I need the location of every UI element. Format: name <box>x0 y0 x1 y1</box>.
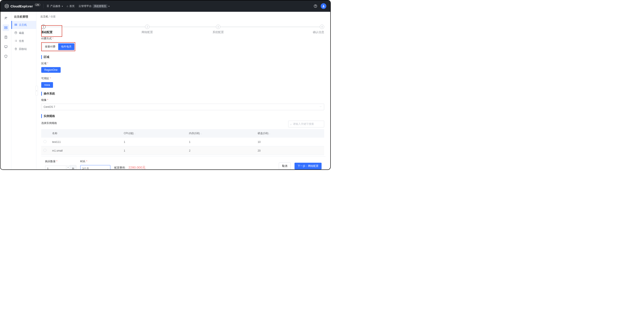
breadcrumb-root[interactable]: 云主机 <box>40 15 48 18</box>
qty-unit: 台 <box>70 165 76 169</box>
col-disk[interactable]: 硬盘(GB)⌄ <box>256 129 324 138</box>
table-row[interactable]: test1111110 <box>41 138 324 146</box>
image-select[interactable]: CentOS 7 ﹀ <box>41 104 324 110</box>
cell-mem: 2 <box>187 146 256 155</box>
step-4-label: 确认信息 <box>313 30 324 34</box>
az-label: 可用区 <box>41 77 324 80</box>
spec-select-label: 选择实例规格 <box>41 121 57 125</box>
sidebar-item-label: 云主机 <box>19 23 27 27</box>
nav-products[interactable]: ☰ 产品服务 ▾ <box>47 4 63 8</box>
sidebar: 云主机管理 云主机 磁盘 任务 回收站 ‹ <box>11 12 36 169</box>
cell-name: m1.small <box>50 146 122 155</box>
server-icon <box>14 23 17 27</box>
section-spec: 实例规格 <box>41 114 324 118</box>
svg-point-5 <box>5 17 6 18</box>
sort-icon: ⌄ <box>134 132 136 135</box>
qty-up[interactable]: ▴ <box>66 166 70 169</box>
region-label: 区域 <box>41 62 324 65</box>
svg-rect-10 <box>4 46 7 47</box>
step-3-circle: 3 <box>216 25 220 29</box>
qty-input[interactable] <box>45 165 66 170</box>
cell-name: test111 <box>50 138 122 146</box>
nav-home[interactable]: ⌂ 首页 <box>67 4 74 8</box>
svg-rect-11 <box>15 24 17 24</box>
col-cpu[interactable]: CPU(核)⌄ <box>122 129 187 138</box>
svg-point-1 <box>6 5 8 7</box>
list-icon: ☰ <box>47 4 49 8</box>
sidebar-item-host[interactable]: 云主机 <box>11 21 36 29</box>
main: 云主机 / 创建 1 基础配置 2 网络配置 <box>36 12 330 169</box>
qty-input-group: ▴ ▾ 台 <box>45 165 76 169</box>
logo: CloudExplorer Lite <box>4 4 40 8</box>
step-1-circle: 1 <box>41 25 46 29</box>
step-2-circle: 2 <box>145 25 150 29</box>
icon-rail <box>0 12 11 169</box>
svg-rect-7 <box>4 26 7 27</box>
row-radio[interactable] <box>44 140 46 143</box>
cancel-button[interactable]: 取消 <box>279 163 290 170</box>
qty-label: 购买数量 <box>45 160 76 163</box>
cell-cpu: 1 <box>122 146 187 155</box>
task-icon <box>14 39 17 43</box>
sidebar-item-disk[interactable]: 磁盘 <box>11 29 36 37</box>
svg-marker-0 <box>5 4 9 8</box>
steps: 1 基础配置 2 网络配置 3 系统配置 4 确 <box>41 25 324 34</box>
nav-platform[interactable]: 云管理平台 系统管理员 ▾ <box>78 4 110 8</box>
sidebar-item-task[interactable]: 任务 <box>11 37 36 45</box>
topbar: CloudExplorer Lite ☰ 产品服务 ▾ ⌂ 首页 云管理平台 系… <box>0 0 330 12</box>
section-os: 操作系统 <box>41 92 324 96</box>
spec-search[interactable]: ⌕ 请输入关键字搜索 <box>288 121 324 127</box>
payment-label: 付费方式 <box>41 37 324 40</box>
cell-disk: 20 <box>256 146 324 155</box>
avatar[interactable] <box>321 3 326 9</box>
home-icon: ⌂ <box>67 4 68 8</box>
svg-point-4 <box>323 5 324 6</box>
qty-down[interactable]: ▾ <box>66 169 70 170</box>
rail-security[interactable] <box>2 53 9 60</box>
svg-point-3 <box>316 7 316 7</box>
chevron-down-icon: ﹀ <box>320 105 322 109</box>
payment-option-period[interactable]: 包年包月 <box>58 43 74 50</box>
chevron-down-icon: ▾ <box>62 5 63 7</box>
az-chip[interactable]: nova <box>41 82 53 88</box>
trash-icon <box>14 47 17 51</box>
chevron-down-icon: ⌄ <box>107 167 108 169</box>
svg-rect-8 <box>4 28 7 29</box>
region-chip[interactable]: RegionOne <box>41 67 61 73</box>
cell-cpu: 1 <box>122 138 187 146</box>
sidebar-item-label: 磁盘 <box>19 31 24 35</box>
sort-icon: ⌄ <box>269 132 270 135</box>
payment-option-usage[interactable]: 按量付费 <box>42 43 58 50</box>
sidebar-collapse[interactable]: ‹ <box>35 86 38 95</box>
rail-billing[interactable] <box>2 34 9 40</box>
disk-icon <box>14 31 17 35</box>
sort-icon: ⌄ <box>200 132 202 135</box>
breadcrumb-current: 创建 <box>50 15 56 18</box>
sidebar-item-label: 回收站 <box>19 47 27 51</box>
spec-table: 名称 CPU(核)⌄ 内存(GB)⌄ 硬盘(GB)⌄ test1111110m1… <box>41 129 324 156</box>
rail-users[interactable] <box>2 15 9 21</box>
help-icon[interactable] <box>313 4 318 8</box>
sidebar-item-recycle[interactable]: 回收站 <box>11 45 36 53</box>
duration-select[interactable]: 3个月 ⌄ <box>80 165 110 169</box>
svg-point-13 <box>15 32 17 32</box>
cell-mem: 1 <box>187 138 256 146</box>
payment-options: 按量付费 包年包月 <box>41 42 75 51</box>
step-2-label: 网络配置 <box>142 30 153 34</box>
breadcrumb: 云主机 / 创建 <box>36 12 330 21</box>
step-3-label: 系统配置 <box>212 30 224 34</box>
rail-cloud-host[interactable] <box>2 24 9 31</box>
rail-monitor[interactable] <box>2 44 9 50</box>
col-name[interactable]: 名称 <box>50 129 122 138</box>
svg-rect-12 <box>15 25 17 25</box>
role-tag: 系统管理员 <box>93 4 107 8</box>
table-row[interactable]: m1.small1220 <box>41 146 324 155</box>
next-button[interactable]: 下一步：网络配置 <box>294 163 322 169</box>
footer-bar: 购买数量 ▴ ▾ 台 时长 3个月 <box>41 156 326 169</box>
search-icon: ⌕ <box>290 123 292 126</box>
col-mem[interactable]: 内存(GB)⌄ <box>187 129 256 138</box>
cell-disk: 10 <box>256 138 324 146</box>
section-region: 区域 <box>41 55 324 59</box>
row-radio[interactable] <box>44 149 46 152</box>
svg-point-6 <box>6 17 7 18</box>
